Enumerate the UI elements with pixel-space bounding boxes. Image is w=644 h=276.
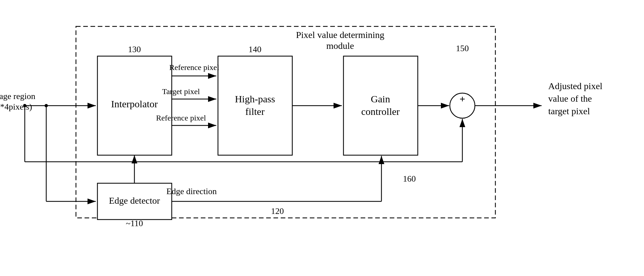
highpass-label-1: High-pass xyxy=(235,93,275,104)
target-pixel-label: Target pixel xyxy=(162,87,200,96)
highpass-block xyxy=(218,56,292,155)
diagram-container: Pixel value determining module Interpola… xyxy=(0,0,644,276)
reference-pixel-label-top: Reference pixel xyxy=(169,63,219,72)
sum-plus: + xyxy=(459,93,465,104)
ref-120: 120 xyxy=(271,206,284,216)
output-label-3: target pixel xyxy=(548,106,590,116)
output-label-2: value of the xyxy=(548,93,592,104)
interpolator-label: Interpolator xyxy=(111,98,158,109)
gain-block xyxy=(343,56,418,155)
junction-input-2 xyxy=(23,104,26,107)
junction-input xyxy=(45,104,48,107)
ref-160: 160 xyxy=(403,174,416,184)
ref-150: 150 xyxy=(456,44,469,53)
output-label-1: Adjusted pixel xyxy=(548,81,602,91)
ref-130: 130 xyxy=(128,45,141,54)
highpass-label-2: filter xyxy=(245,106,265,117)
ref-140: 140 xyxy=(249,45,262,54)
image-region-label-1: Image region xyxy=(0,91,35,101)
ref-110: ~110 xyxy=(126,219,143,228)
module-label-line1: Pixel value determining xyxy=(296,30,384,40)
module-label-line2: module xyxy=(326,41,354,51)
edge-detector-label: Edge detector xyxy=(109,195,160,206)
reference-pixel-label-mid: Reference pixel xyxy=(156,114,206,122)
edge-direction-label: Edge direction xyxy=(166,187,217,196)
image-region-label-2: (4*4pixels) xyxy=(0,102,32,112)
gain-label-1: Gain xyxy=(371,93,390,104)
gain-label-2: controller xyxy=(361,106,400,117)
